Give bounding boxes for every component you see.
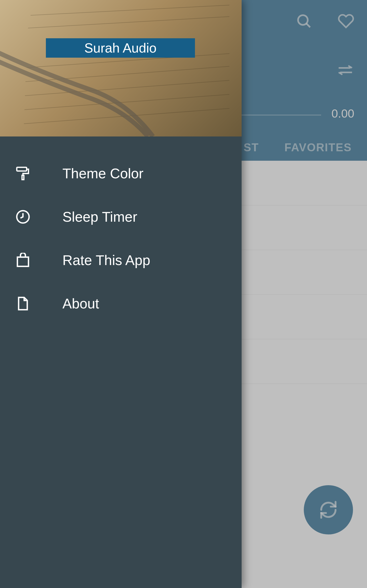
navigation-drawer: Surah Audio Theme Color (0, 0, 242, 588)
svg-rect-11 (17, 167, 27, 171)
drawer-item-label: Rate This App (62, 252, 150, 268)
drawer-item-sleep-timer[interactable]: Sleep Timer (0, 195, 242, 239)
svg-rect-14 (17, 257, 29, 266)
drawer-item-label: Sleep Timer (62, 209, 137, 225)
drawer-menu: Theme Color Sleep Timer (0, 136, 242, 325)
drawer-item-theme-color[interactable]: Theme Color (0, 152, 242, 195)
drawer-item-label: About (62, 295, 99, 312)
drawer-item-rate-app[interactable]: Rate This App (0, 239, 242, 282)
svg-line-8 (25, 80, 229, 96)
drawer-item-about[interactable]: About (0, 282, 242, 325)
shopping-bag-icon (14, 253, 32, 268)
clock-icon (14, 209, 32, 224)
app-screen: 0.00 ST FAVORITES (0, 0, 367, 588)
drawer-title-badge: Surah Audio (46, 38, 195, 58)
svg-line-4 (31, 5, 229, 15)
drawer-header: Surah Audio (0, 0, 242, 136)
file-icon (14, 296, 32, 311)
drawer-item-label: Theme Color (62, 165, 143, 182)
svg-line-5 (28, 17, 229, 28)
header-decoration (0, 0, 242, 136)
paint-roller-icon (14, 166, 32, 181)
svg-rect-12 (22, 175, 24, 180)
drawer-title: Surah Audio (84, 40, 156, 56)
